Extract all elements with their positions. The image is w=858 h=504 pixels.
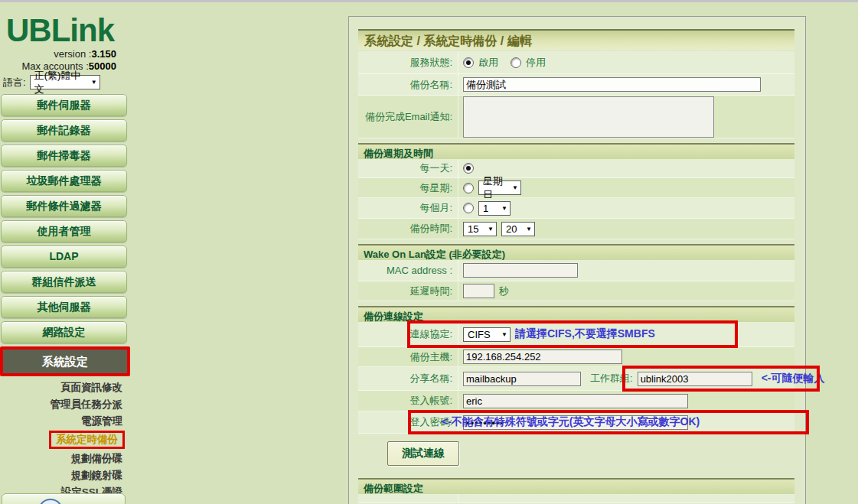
daily-label: 每一天: <box>358 159 458 177</box>
backup-time-row: 備份時間: 15 ▼ 20 ▼ <box>358 219 794 239</box>
version-line: version :3.150 <box>0 48 130 60</box>
login-account-label: 登入帳號: <box>358 391 458 411</box>
status-circle-icon <box>39 499 62 504</box>
chevron-down-icon: ▼ <box>91 79 97 86</box>
monthly-radio[interactable] <box>463 203 474 213</box>
sidebar-item-mail-logger[interactable]: 郵件記錄器 <box>1 119 127 141</box>
chevron-down-icon: ▼ <box>501 205 507 212</box>
chevron-down-icon: ▼ <box>512 184 518 191</box>
backup-host-row: 備份主機: <box>358 347 794 367</box>
weekday-select[interactable]: 星期日 ▼ <box>478 180 521 195</box>
email-notify-textarea[interactable] <box>463 96 714 138</box>
login-account-row: 登入帳號: <box>358 391 794 411</box>
service-status-label: 服務狀態: <box>358 51 458 73</box>
section-header-connection: 備份連線設定 <box>358 306 794 322</box>
max-accounts-value: 50000 <box>89 60 116 72</box>
login-password-row: 登入密碼: <-不能含有特殊符號或字元(英文字母大小寫或數字OK) <box>358 411 794 434</box>
backup-hour-value: 15 <box>468 223 478 235</box>
monthly-row: 每個月: 1 ▼ <box>358 198 794 219</box>
weekly-label: 每星期: <box>358 178 458 197</box>
share-workgroup-row: 分享名稱: 工作群組: <-可隨便輸入 <box>358 367 794 391</box>
section-header-scope: 備份範圍設定 <box>358 478 794 494</box>
version-label: version : <box>54 48 91 60</box>
day-of-month-value: 1 <box>483 203 488 214</box>
ublink-logo: UBLink <box>6 13 130 48</box>
version-value: 3.150 <box>91 48 116 60</box>
service-disabled-radio[interactable] <box>511 57 521 68</box>
breadcrumb: 系統設定 / 系統定時備份 / 編輯 <box>358 29 794 50</box>
chevron-down-icon: ▼ <box>501 331 507 338</box>
sidebar-item-mail-server[interactable]: 郵件伺服器 <box>1 94 127 116</box>
share-name-input[interactable] <box>463 372 581 386</box>
protocol-hint: 請選擇CIFS,不要選擇SMBFS <box>515 327 655 341</box>
chevron-down-icon: ▼ <box>526 226 532 232</box>
language-label: 語言: <box>3 76 26 89</box>
backup-name-input[interactable] <box>463 77 761 92</box>
language-selected-value: 正(繁)體中文 <box>34 69 86 96</box>
backup-name-label: 備份名稱: <box>358 74 458 95</box>
backup-minute-select[interactable]: 20 ▼ <box>501 222 535 236</box>
backup-hour-select[interactable]: 15 ▼ <box>463 222 497 236</box>
login-password-hint: <-不能含有特殊符號或字元(英文字母大小寫或數字OK) <box>442 415 700 429</box>
submenu-mirror-disk[interactable]: 規劃鏡射碟 <box>69 467 126 484</box>
monthly-label: 每個月: <box>358 198 458 218</box>
sidebar-item-group-mail[interactable]: 群組信件派送 <box>1 271 127 293</box>
backup-name-row: 備份名稱: <box>358 74 794 96</box>
test-connection-area: 測試連線 <box>358 434 794 473</box>
sidebar-item-ldap[interactable]: LDAP <box>1 245 127 268</box>
workgroup-input[interactable] <box>638 372 752 386</box>
submenu-power-management[interactable]: 電源管理 <box>79 413 125 430</box>
mac-address-row: MAC address : <box>358 260 794 281</box>
backup-time-label: 備份時間: <box>358 219 458 239</box>
sidebar-item-network-settings[interactable]: 網路設定 <box>1 321 127 343</box>
language-select[interactable]: 正(繁)體中文 ▼ <box>30 75 100 89</box>
delay-unit-label: 秒 <box>499 285 509 298</box>
protocol-select[interactable]: CIFS ▼ <box>463 327 511 342</box>
backup-host-label: 備份主機: <box>358 347 458 366</box>
daily-row: 每一天: <box>358 159 794 178</box>
protocol-row: 連線協定: CIFS ▼ 請選擇CIFS,不要選擇SMBFS <box>358 322 794 347</box>
protocol-label: 連線協定: <box>358 322 458 346</box>
sidebar-item-spam-handler[interactable]: 垃圾郵件處理器 <box>1 170 127 192</box>
sidebar-item-user-management[interactable]: 使用者管理 <box>1 220 127 242</box>
sidebar-item-system-settings[interactable]: 系統設定 <box>0 346 130 376</box>
sidebar-item-mail-antivirus[interactable]: 郵件掃毒器 <box>1 145 127 167</box>
submenu-backup-disk[interactable]: 規劃備份碟 <box>69 450 126 467</box>
service-status-row: 服務狀態: 啟用 停用 <box>358 51 794 74</box>
sidebar-item-other-servers[interactable]: 其他伺服器 <box>1 296 127 318</box>
delay-label: 延遲時間: <box>358 281 458 301</box>
weekly-radio[interactable] <box>463 183 474 193</box>
login-account-input[interactable] <box>463 394 688 408</box>
backup-host-input[interactable] <box>463 350 622 364</box>
sidebar-bottom-button[interactable] <box>2 493 126 504</box>
workgroup-label: 工作群組: <box>590 372 633 385</box>
submenu-admin-tasks[interactable]: 管理員任務分派 <box>48 396 126 413</box>
service-enabled-label: 啟用 <box>478 56 498 70</box>
email-notify-row: 備份完成Email通知: <box>358 96 794 138</box>
backup-minute-value: 20 <box>506 223 517 235</box>
email-notify-label: 備份完成Email通知: <box>358 96 458 138</box>
section-header-wol: Wake On Lan設定 (非必要設定) <box>358 244 794 260</box>
delay-input[interactable] <box>463 284 494 298</box>
service-enabled-radio[interactable] <box>463 57 474 68</box>
sidebar-item-mail-filter[interactable]: 郵件條件過濾器 <box>1 195 127 217</box>
daily-radio[interactable] <box>463 163 474 174</box>
content-panel: 系統設定 / 系統定時備份 / 編輯 服務狀態: 啟用 停用 備份名稱: 備份完… <box>348 16 806 504</box>
day-of-month-select[interactable]: 1 ▼ <box>478 201 511 216</box>
share-name-label: 分享名稱: <box>358 367 458 390</box>
submenu-page-info[interactable]: 頁面資訊修改 <box>58 379 125 396</box>
section-header-schedule: 備份週期及時間 <box>358 143 794 159</box>
test-connection-button[interactable]: 測試連線 <box>387 441 459 466</box>
weekly-row: 每星期: 星期日 ▼ <box>358 178 794 198</box>
scope-row-partial <box>358 494 794 503</box>
protocol-selected-value: CIFS <box>468 329 491 340</box>
scope-partial-label <box>358 494 458 502</box>
mac-address-label: MAC address : <box>358 260 458 281</box>
workgroup-hint: <-可隨便輸入 <box>762 372 825 385</box>
delay-row: 延遲時間: 秒 <box>358 281 794 301</box>
service-disabled-label: 停用 <box>526 56 546 70</box>
mac-address-input[interactable] <box>463 263 578 278</box>
chevron-down-icon: ▼ <box>488 226 494 232</box>
submenu-scheduled-backup[interactable]: 系統定時備份 <box>49 431 125 449</box>
sidebar: UBLink version :3.150 Max accounts :5000… <box>0 2 130 504</box>
